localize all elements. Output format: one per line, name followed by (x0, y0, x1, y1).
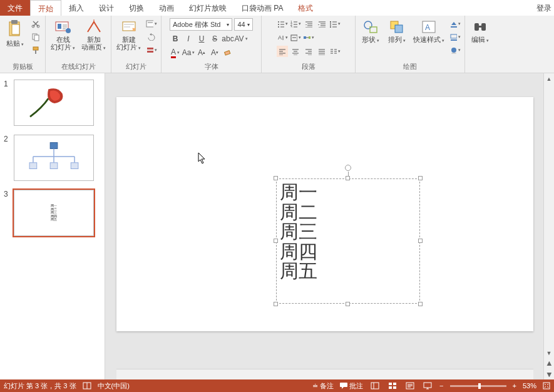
resize-handle-bm[interactable] (346, 302, 350, 306)
shape-fill-button[interactable] (449, 18, 461, 29)
arrange-button[interactable]: 排列 (386, 18, 408, 44)
reset-button[interactable] (146, 31, 157, 43)
login-link[interactable]: 登录 (536, 3, 551, 14)
shape-outline-button[interactable] (449, 31, 461, 43)
svg-rect-51 (389, 386, 392, 389)
zoom-thumb[interactable] (478, 383, 481, 389)
slideshow-view-button[interactable] (422, 381, 433, 390)
resize-handle-ml[interactable] (274, 239, 278, 243)
justify-button[interactable] (316, 46, 327, 57)
font-name-select[interactable]: Adobe 楷体 Std ▾ (170, 18, 232, 31)
shape-effects-button[interactable] (449, 44, 461, 56)
line-spacing-button[interactable] (329, 18, 341, 29)
online-slides-button[interactable]: 在线 幻灯片 (49, 18, 76, 52)
shapes-button[interactable]: 形状 (359, 18, 382, 44)
zoom-out-button[interactable]: − (439, 382, 443, 389)
svg-rect-34 (451, 26, 457, 28)
italic-button[interactable]: I (183, 33, 194, 44)
text-box[interactable]: 周一 周二 周三 周四 周五 (276, 178, 420, 304)
strike-button[interactable]: S (209, 33, 220, 44)
smartart-button[interactable] (303, 32, 314, 43)
text-line: 周三 (280, 222, 416, 242)
horizontal-scrollbar[interactable] (116, 369, 533, 379)
columns-icon (329, 48, 337, 55)
language-indicator[interactable]: 中文(中国) (98, 381, 130, 391)
scroll-up-button[interactable]: ▲ (544, 73, 554, 84)
char-spacing-button[interactable]: AV (235, 33, 247, 44)
fit-window-button[interactable] (543, 382, 550, 389)
cut-button[interactable] (30, 18, 41, 29)
normal-view-button[interactable] (369, 381, 381, 390)
rotate-handle[interactable] (345, 165, 351, 171)
copy-button[interactable] (30, 31, 41, 43)
tab-format[interactable]: 格式 (290, 0, 321, 16)
slide-thumbnail-1[interactable] (14, 80, 94, 126)
slide-thumbnail-2[interactable] (14, 135, 94, 181)
thumb-number: 2 (4, 135, 10, 181)
clear-format-button[interactable] (222, 47, 233, 58)
new-slide-button[interactable]: 新建 幻灯片 (115, 18, 142, 52)
slide-thumbnail-3[interactable]: 周一周二周三周四周五 (14, 190, 94, 236)
tab-design[interactable]: 设计 (91, 0, 121, 16)
resize-handle-tl[interactable] (274, 176, 278, 180)
align-right-button[interactable] (303, 46, 314, 57)
slide-canvas[interactable]: 周一 周二 周三 周四 周五 (116, 97, 533, 331)
notes-button[interactable]: ≐ 备注 (312, 381, 334, 391)
quickstyle-label: 快速样式 (413, 36, 444, 43)
svg-rect-10 (58, 24, 61, 29)
numbering-button[interactable]: 123 (290, 18, 301, 29)
shrink-font-button[interactable]: A▾ (209, 47, 220, 58)
zoom-value[interactable]: 53% (523, 382, 536, 389)
slide-editor[interactable]: 周一 周二 周三 周四 周五 (105, 73, 543, 379)
tab-pocket-anim[interactable]: 口袋动画 PA (234, 0, 290, 16)
format-painter-button[interactable] (30, 44, 41, 56)
font-size-select[interactable]: 44▾ (234, 18, 253, 31)
font-name-value: Adobe 楷体 Std (173, 20, 220, 29)
tab-home[interactable]: 开始 (30, 0, 61, 16)
increase-indent-button[interactable] (316, 18, 327, 29)
resize-handle-bl[interactable] (274, 302, 278, 306)
tab-transition[interactable]: 切换 (121, 0, 151, 16)
tab-file[interactable]: 文件 (0, 0, 30, 16)
text-line: 周二 (280, 202, 416, 222)
vertical-scrollbar[interactable]: ▲ ▼ ⯅ ⯆ (543, 73, 554, 379)
prev-slide-button[interactable]: ⯅ (544, 358, 554, 369)
reading-view-button[interactable] (404, 381, 416, 390)
tab-insert[interactable]: 插入 (61, 0, 91, 16)
decrease-indent-button[interactable] (303, 18, 314, 29)
tab-animation[interactable]: 动画 (151, 0, 182, 16)
zoom-in-button[interactable]: + (513, 382, 516, 389)
new-anim-page-button[interactable]: 新加 动画页 (80, 18, 107, 52)
arrange-icon (389, 19, 405, 34)
align-left-button[interactable] (277, 46, 288, 57)
zoom-slider[interactable] (450, 385, 506, 387)
resize-handle-br[interactable] (418, 302, 423, 306)
scroll-down-button[interactable]: ▼ (544, 348, 554, 358)
sorter-view-button[interactable] (387, 381, 398, 390)
spellcheck-button[interactable] (83, 382, 91, 389)
find-button[interactable]: 编辑 (469, 18, 491, 44)
layout-button[interactable] (146, 18, 157, 29)
grow-font-button[interactable]: A▴ (196, 47, 207, 58)
resize-handle-tm[interactable] (346, 176, 350, 180)
svg-text:A: A (425, 23, 430, 32)
bold-button[interactable]: B (170, 33, 181, 44)
align-text-button[interactable] (290, 32, 301, 43)
tab-slideshow[interactable]: 幻灯片放映 (182, 0, 234, 16)
resize-handle-mr[interactable] (418, 239, 423, 243)
shadow-button[interactable]: abc (222, 33, 233, 44)
paste-button[interactable]: 粘贴 (4, 18, 26, 48)
section-button[interactable] (146, 44, 157, 56)
next-slide-button[interactable]: ⯆ (544, 369, 554, 379)
text-direction-button[interactable]: A (277, 32, 288, 43)
bullets-button[interactable] (277, 18, 288, 29)
font-color-button[interactable]: A (170, 47, 181, 58)
change-case-button[interactable]: Aa (183, 47, 194, 58)
textbox-content[interactable]: 周一 周二 周三 周四 周五 (280, 182, 416, 300)
comments-button[interactable]: 批注 (340, 381, 363, 391)
resize-handle-tr[interactable] (418, 176, 423, 180)
align-center-button[interactable] (290, 46, 301, 57)
underline-button[interactable]: U (196, 33, 207, 44)
columns-button[interactable] (329, 46, 341, 57)
quickstyle-button[interactable]: A 快速样式 (412, 18, 446, 44)
